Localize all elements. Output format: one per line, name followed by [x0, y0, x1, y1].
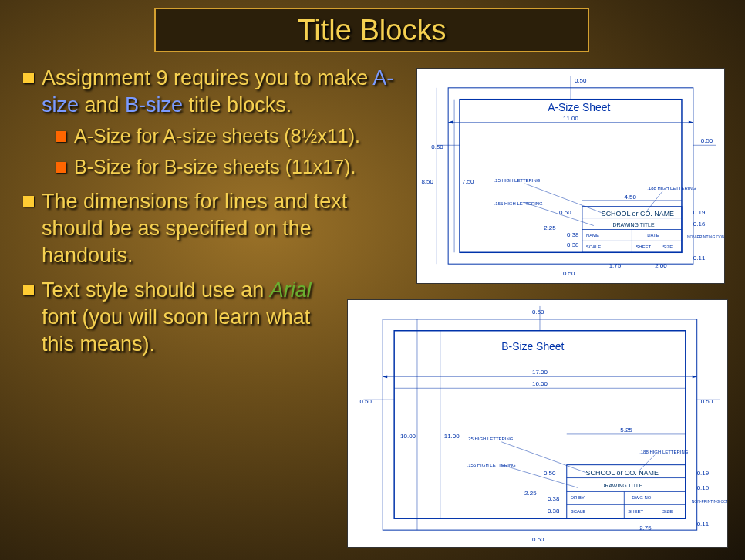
dim: 0.38 [548, 508, 560, 514]
dim: 2.25 [544, 224, 556, 231]
text: and [79, 93, 125, 116]
callout: .25 HIGH LETTERING [467, 437, 514, 441]
dim: 4.50 [625, 194, 637, 201]
bullet-icon [23, 73, 34, 83]
label: DWG NO [632, 495, 652, 500]
dim: 0.50 [431, 143, 443, 150]
svg-line-36 [501, 442, 585, 473]
dim: 0.16 [697, 484, 710, 491]
dim: 2.25 [524, 490, 537, 497]
dim: 0.50 [532, 536, 544, 543]
dim: 0.19 [697, 470, 710, 477]
dim: 0.50 [563, 270, 575, 277]
dim: 11.00 [444, 433, 460, 440]
dim: 2.75 [639, 525, 652, 531]
dim: 8.50 [421, 178, 433, 185]
sub-bullet-1a: A-Size for A-size sheets (8½x11). [56, 123, 401, 150]
dim: 0.11 [693, 255, 706, 261]
b-size-diagram: 0.50 B-Size Sheet 17.00 16.00 0.50 0.50 … [347, 299, 728, 548]
label: SIZE [662, 509, 673, 514]
drawing-title: DRAWING TITLE [601, 483, 642, 488]
callout: .25 HIGH LETTERING [494, 178, 541, 183]
dim: 0.16 [693, 221, 706, 228]
dim: 2.00 [655, 262, 667, 269]
callout: .188 HIGH LETTERING [639, 450, 689, 454]
a-size-diagram: 0.50 11.00 A-Size Sheet 0.50 0.50 8.50 7… [416, 68, 725, 284]
text: Assignment 9 requires you to make [42, 66, 372, 89]
bullet-2: The dimensions for lines and text should… [23, 188, 401, 269]
dim: 0.11 [697, 521, 710, 528]
text: font (you will soon learn what this mean… [42, 305, 310, 356]
slide-title-box: Title Blocks [154, 8, 589, 52]
bullet-icon [23, 285, 34, 295]
callout: .188 HIGH LETTERING [647, 186, 696, 191]
bullet-1-text: Assignment 9 requires you to make A-size… [42, 65, 401, 119]
dim: 0.38 [548, 495, 560, 502]
svg-line-18 [647, 191, 662, 211]
bullet-3: Text style should use an Arial font (you… [23, 277, 347, 358]
school-name: SCHOOL or CO. NAME [602, 210, 674, 218]
text: title blocks. [183, 93, 292, 116]
bullet-2-text: The dimensions for lines and text should… [42, 188, 401, 269]
dim: 17.00 [532, 369, 548, 376]
svg-marker-24 [693, 375, 697, 378]
b-size-link[interactable]: B-size [125, 93, 183, 116]
bullet-icon [56, 131, 66, 142]
bullet-1: Assignment 9 requires you to make A-size… [23, 65, 401, 119]
callout: NON-PRINTING CONSTRUCTION LINES [687, 235, 724, 239]
dim: 0.38 [567, 241, 579, 248]
a-sheet-label: A-Size Sheet [548, 101, 610, 113]
label: SIZE [662, 245, 673, 249]
arial-emphasis: Arial [270, 278, 312, 302]
label: NAME [586, 233, 599, 238]
svg-rect-20 [394, 331, 686, 518]
dim: 0.50 [701, 137, 713, 144]
dim: 0.38 [567, 231, 579, 238]
bullet-icon [56, 162, 66, 173]
sub-bullet-1b: B-Size for B-size sheets (11x17). [56, 154, 401, 180]
svg-marker-4 [448, 121, 453, 124]
text: Text style should use an [42, 278, 270, 302]
dim: 0.50 [559, 209, 571, 216]
dim: 11.00 [563, 115, 578, 122]
dim: 10.00 [400, 433, 416, 440]
bullet-3-text: Text style should use an Arial font (you… [42, 277, 347, 358]
b-sheet-label: B-Size Sheet [501, 340, 564, 353]
label: SHEET [628, 509, 643, 514]
label: DR BY [571, 495, 585, 500]
dim: 0.50 [532, 309, 544, 315]
label: SHEET [635, 245, 651, 249]
dim: 0.50 [359, 398, 372, 405]
label: DATE [647, 233, 659, 238]
dim: 0.50 [544, 470, 556, 477]
content-area: Assignment 9 requires you to make A-size… [23, 65, 401, 363]
svg-marker-5 [689, 121, 693, 124]
school-name: SCHOOL or CO. NAME [586, 469, 659, 477]
label: SCALE [571, 509, 586, 514]
dim: 16.00 [532, 380, 548, 387]
callout: .156 HIGH LETTERING [494, 201, 543, 206]
callout: .156 HIGH LETTERING [467, 463, 517, 467]
label: SCALE [586, 245, 602, 249]
dim: 0.50 [575, 77, 587, 84]
dim: 0.19 [693, 209, 706, 216]
drawing-title: DRAWING TITLE [613, 222, 655, 228]
callout: NON-PRINTING CONSTRUCTION LINES [692, 500, 727, 504]
dim: 1.75 [609, 262, 622, 269]
dim: 0.50 [701, 398, 713, 405]
bullet-icon [23, 196, 34, 207]
slide-title: Title Blocks [298, 14, 447, 47]
b-size-svg: 0.50 B-Size Sheet 17.00 16.00 0.50 0.50 … [348, 300, 727, 547]
dim: 7.50 [462, 178, 474, 185]
a-size-svg: 0.50 11.00 A-Size Sheet 0.50 0.50 8.50 7… [417, 69, 724, 283]
sub-1b-text: B-Size for B-size sheets (11x17). [74, 154, 356, 180]
svg-marker-23 [383, 375, 387, 378]
dim: 5.25 [620, 427, 632, 433]
sub-1a-text: A-Size for A-size sheets (8½x11). [74, 123, 360, 150]
